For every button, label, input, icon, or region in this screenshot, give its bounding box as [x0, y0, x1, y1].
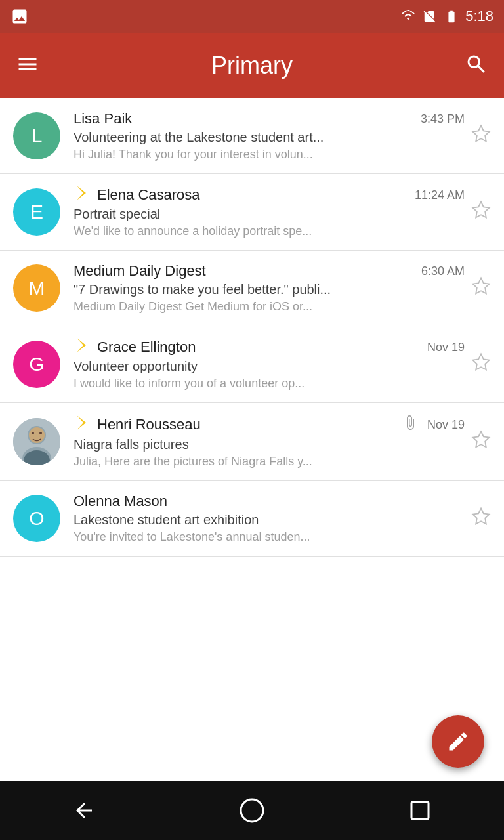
star-button[interactable]	[471, 352, 491, 377]
email-item[interactable]: LLisa Paik3:43 PMVolunteering at the Lak…	[0, 98, 504, 174]
email-sender-row: Olenna Mason	[74, 493, 167, 510]
email-subject: Portrait special	[74, 207, 465, 222]
email-content: Lisa Paik3:43 PMVolunteering at the Lake…	[74, 110, 465, 161]
email-list: LLisa Paik3:43 PMVolunteering at the Lak…	[0, 98, 504, 556]
star-button[interactable]	[471, 200, 491, 224]
menu-button[interactable]	[16, 52, 39, 79]
email-actions	[471, 124, 491, 148]
email-time-row: Nov 19	[402, 415, 465, 434]
email-preview: Medium Daily Digest Get Medium for iOS o…	[74, 300, 465, 314]
email-preview: You're invited to Lakestone's annual stu…	[74, 530, 465, 544]
recents-button[interactable]	[400, 791, 440, 830]
email-actions	[471, 200, 491, 224]
email-header: Elena Casarosa11:24 AM	[74, 186, 465, 204]
home-button[interactable]	[232, 791, 272, 830]
email-actions	[471, 352, 491, 377]
avatar: O	[13, 495, 60, 542]
toolbar-title: Primary	[211, 52, 293, 79]
avatar: E	[13, 188, 60, 236]
email-preview: We'd like to announce a holiday portrait…	[74, 224, 465, 238]
email-preview: I would like to inform you of a voluntee…	[74, 377, 465, 390]
bottom-navigation	[0, 781, 504, 840]
email-time: Nov 19	[427, 418, 465, 432]
email-sender-name: Grace Ellington	[97, 339, 196, 356]
compose-button[interactable]	[432, 715, 484, 768]
back-button[interactable]	[64, 791, 104, 830]
attachment-icon	[402, 415, 418, 434]
wifi-icon	[400, 9, 417, 24]
email-time-row: Nov 19	[422, 341, 465, 354]
email-preview: Julia, Here are the pictures of Niagra F…	[74, 455, 465, 469]
battery-icon	[443, 9, 460, 24]
star-button[interactable]	[471, 430, 491, 454]
email-sender-row: Henri Rousseau	[74, 415, 201, 434]
important-icon	[74, 338, 89, 356]
email-preview: Hi Julia! Thank you for your interest in…	[74, 148, 465, 161]
svg-point-10	[241, 799, 263, 822]
email-time: 3:43 PM	[421, 112, 465, 126]
svg-point-6	[32, 432, 34, 434]
svg-marker-0	[77, 186, 86, 200]
email-header: Grace EllingtonNov 19	[74, 338, 465, 356]
email-sender-name: Elena Casarosa	[97, 186, 200, 203]
svg-point-7	[39, 432, 42, 434]
email-actions	[471, 507, 491, 531]
email-header: Olenna Mason	[74, 493, 465, 510]
svg-marker-1	[77, 338, 86, 352]
email-actions	[471, 276, 491, 301]
email-header: Lisa Paik3:43 PM	[74, 110, 465, 127]
toolbar: Primary	[0, 33, 504, 98]
no-sim-icon	[422, 9, 438, 24]
avatar: L	[13, 112, 60, 159]
email-time: Nov 19	[427, 341, 465, 354]
email-item[interactable]: OOlenna MasonLakestone student art exhib…	[0, 481, 504, 556]
svg-rect-11	[411, 802, 429, 819]
status-bar-right: 5:18	[400, 8, 494, 25]
email-sender-name: Medium Daily Digest	[74, 262, 206, 280]
status-bar: 5:18	[0, 0, 504, 33]
email-content: Grace EllingtonNov 19Volunteer opportuni…	[74, 338, 465, 390]
email-subject: Volunteer opportunity	[74, 359, 465, 374]
avatar: G	[13, 341, 60, 388]
email-actions	[471, 430, 491, 454]
email-subject: "7 Drawings to make you feel better." pu…	[74, 282, 465, 297]
email-sender-row: Grace Ellington	[74, 338, 196, 356]
email-content: Olenna MasonLakestone student art exhibi…	[74, 493, 465, 544]
email-subject: Lakestone student art exhibition	[74, 513, 465, 528]
email-content: Henri RousseauNov 19Niagra falls picture…	[74, 415, 465, 469]
email-time-row: 11:24 AM	[410, 188, 465, 202]
email-content: Elena Casarosa11:24 AMPortrait specialWe…	[74, 186, 465, 238]
star-button[interactable]	[471, 507, 491, 531]
avatar	[13, 418, 60, 465]
email-subject: Volunteering at the Lakestone student ar…	[74, 130, 465, 145]
email-item[interactable]: EElena Casarosa11:24 AMPortrait specialW…	[0, 174, 504, 251]
important-icon	[74, 415, 89, 434]
email-sender-row: Medium Daily Digest	[74, 262, 206, 280]
search-button[interactable]	[465, 52, 488, 79]
email-sender-name: Olenna Mason	[74, 493, 167, 510]
star-button[interactable]	[471, 124, 491, 148]
status-time: 5:18	[465, 8, 494, 25]
avatar: M	[13, 264, 60, 312]
important-icon	[74, 186, 89, 204]
email-time: 11:24 AM	[415, 188, 465, 202]
email-item[interactable]: GGrace EllingtonNov 19Volunteer opportun…	[0, 326, 504, 403]
email-header: Medium Daily Digest6:30 AM	[74, 262, 465, 280]
email-item[interactable]: MMedium Daily Digest6:30 AM"7 Drawings t…	[0, 251, 504, 326]
email-item[interactable]: Henri RousseauNov 19Niagra falls picture…	[0, 403, 504, 481]
email-time-row: 3:43 PM	[415, 112, 465, 126]
email-header: Henri RousseauNov 19	[74, 415, 465, 434]
image-icon	[10, 7, 29, 26]
email-sender-row: Elena Casarosa	[74, 186, 200, 204]
svg-marker-9	[77, 415, 86, 430]
email-time-row: 6:30 AM	[416, 264, 465, 278]
status-bar-left	[10, 7, 29, 26]
email-content: Medium Daily Digest6:30 AM"7 Drawings to…	[74, 262, 465, 314]
email-subject: Niagra falls pictures	[74, 437, 465, 452]
email-time: 6:30 AM	[421, 264, 465, 278]
email-sender-name: Henri Rousseau	[97, 416, 201, 433]
email-sender-name: Lisa Paik	[74, 110, 132, 127]
email-sender-row: Lisa Paik	[74, 110, 132, 127]
star-button[interactable]	[471, 276, 491, 301]
